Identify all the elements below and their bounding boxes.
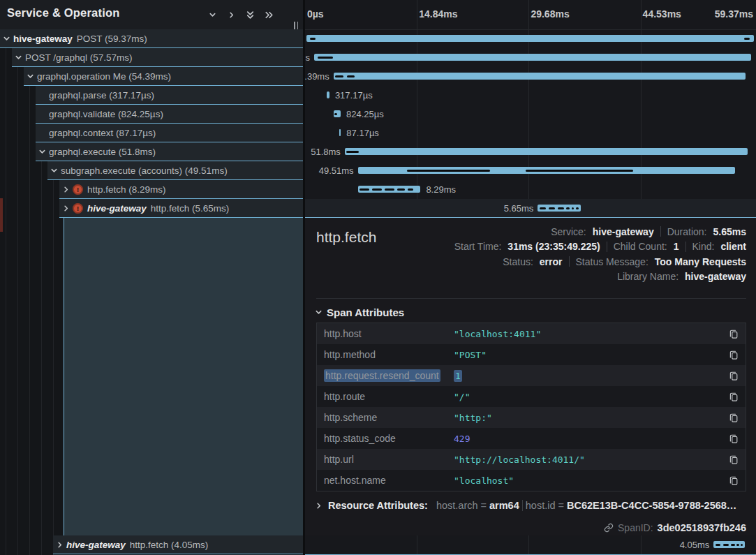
service-name: hive-gateway	[87, 203, 147, 214]
child-span-mark	[716, 544, 721, 546]
chevron-down-icon[interactable]	[2, 34, 11, 43]
axis-tick-label: 59.37ms	[715, 8, 753, 20]
timeline-row: 5.65ms	[305, 199, 756, 218]
span-label: http.fetch (5.65ms)	[151, 203, 230, 214]
span-bar[interactable]	[314, 54, 751, 61]
chevron-down-icon[interactable]	[26, 72, 35, 81]
tree-row[interactable]: !hive-gatewayhttp.fetch (5.65ms)	[59, 199, 303, 218]
span-title: http.fetch	[316, 229, 376, 246]
timeline-row: 87.17µs	[305, 124, 756, 142]
panel-resize-handle[interactable]	[294, 22, 298, 29]
axis-tick-label: 0µs	[307, 8, 324, 20]
copy-icon[interactable]	[729, 329, 739, 339]
duration-label: 824.25µs	[346, 109, 384, 119]
attribute-key: http.route	[317, 391, 454, 402]
span-metadata: Service:hive-gatewayDuration:5.65msStart…	[454, 225, 746, 283]
copy-icon[interactable]	[729, 454, 739, 465]
child-span-mark	[558, 207, 564, 209]
resource-attributes-row[interactable]: Resource Attributes: host.arch=arm64host…	[315, 500, 746, 511]
span-bar[interactable]	[306, 35, 754, 42]
span-bar[interactable]	[538, 205, 581, 212]
chevron-down-icon[interactable]	[207, 9, 218, 20]
chevron-right-icon[interactable]	[61, 204, 71, 213]
copy-icon[interactable]	[729, 371, 739, 381]
chevron-down-icon[interactable]	[38, 147, 47, 156]
attribute-value: 1	[454, 371, 729, 381]
chevron-right-icon[interactable]	[225, 9, 237, 20]
chevron-right-icon	[315, 502, 323, 510]
double-chevron-right-icon[interactable]	[263, 9, 274, 20]
axis-tick-label: 44.53ms	[643, 8, 681, 20]
chevron-down-icon[interactable]	[50, 166, 59, 175]
tree-row[interactable]: graphql.operation Me (54.39ms)	[24, 67, 303, 86]
resource-key: host.arch	[436, 500, 478, 511]
tree-row[interactable]: graphql.context (87.17µs)	[36, 124, 303, 142]
span-bar[interactable]	[713, 541, 745, 548]
copy-icon[interactable]	[729, 434, 739, 444]
metadata-line: Library Name:hive-gateway	[617, 271, 746, 283]
child-span-mark	[310, 38, 316, 40]
attribute-key: http.status_code	[317, 433, 454, 444]
attribute-row: http.route"/"	[317, 386, 746, 407]
double-chevron-down-icon[interactable]	[244, 9, 255, 20]
copy-icon[interactable]	[729, 413, 739, 423]
tree-row[interactable]: hive-gatewayhttp.fetch (4.05ms)	[53, 535, 303, 554]
child-span-mark	[407, 170, 490, 172]
span-bar[interactable]	[327, 91, 329, 98]
span-tree-panel: Service & Operation hive-gatewayPOST (59…	[0, 0, 303, 555]
copy-icon[interactable]	[729, 392, 739, 402]
tree-row[interactable]: POST /graphql (57.57ms)	[12, 48, 303, 67]
span-attributes-section-toggle[interactable]: Span Attributes	[315, 306, 404, 318]
copy-icon[interactable]	[729, 475, 739, 486]
attribute-value: "http://localhost:4011/"	[454, 454, 729, 465]
chevron-right-icon[interactable]	[61, 185, 71, 194]
attribute-value: "http:"	[454, 413, 729, 423]
child-span-mark	[408, 188, 413, 191]
axis-tick-label: 29.68ms	[531, 8, 569, 20]
timeline-row: 54.39ms	[305, 67, 756, 86]
child-span-mark	[731, 544, 734, 546]
span-label: http.fetch (8.29ms)	[87, 184, 166, 195]
span-detail-panel: http.fetch Service:hive-gatewayDuration:…	[305, 218, 756, 535]
span-bar[interactable]	[339, 129, 341, 136]
attribute-key: net.host.name	[317, 475, 454, 486]
span-attributes-table: http.host"localhost:4011"http.method"POS…	[316, 323, 746, 491]
tree-row[interactable]: hive-gatewayPOST (59.37ms)	[0, 29, 303, 48]
chevron-down-icon[interactable]	[14, 53, 23, 62]
panel-title: Service & Operation	[7, 6, 120, 20]
chevron-down-icon	[315, 309, 323, 316]
metadata-line: Start Time:31ms (23:35:49.225)Child Coun…	[454, 241, 746, 253]
meta-label: Status:	[503, 256, 533, 267]
resource-attributes-title: Resource Attributes:	[328, 500, 428, 511]
error-scroll-marker	[0, 198, 3, 232]
tree-row[interactable]: graphql.validate (824.25µs)	[36, 105, 303, 124]
duration-label: 57.57ms	[305, 52, 310, 63]
indent-guide	[17, 29, 18, 555]
span-bar[interactable]	[358, 167, 735, 174]
child-span-mark	[723, 544, 729, 546]
meta-value: client	[720, 241, 746, 252]
timeline-row: 8.29ms	[305, 180, 756, 199]
span-bar[interactable]	[334, 110, 341, 117]
duration-label: 49.51ms	[319, 165, 354, 176]
attribute-row: net.host.name"localhost"	[317, 470, 746, 491]
timeline-row: 51.8ms	[305, 142, 756, 161]
axis-tick-label: 14.84ms	[419, 8, 457, 20]
meta-label: Service:	[551, 226, 586, 237]
span-bar[interactable]	[345, 148, 748, 155]
meta-value: 1	[674, 241, 679, 252]
section-separator	[316, 298, 746, 299]
span-bar[interactable]	[358, 186, 421, 193]
link-icon[interactable]	[604, 523, 614, 533]
tree-row[interactable]: subgraph.execute (accounts) (49.51ms)	[47, 161, 303, 180]
chevron-right-icon[interactable]	[55, 540, 64, 549]
resource-value: BC62E13B-C4CC-5854-9788-2568…	[567, 500, 736, 511]
tree-row[interactable]: graphql.execute (51.8ms)	[36, 142, 303, 161]
copy-icon[interactable]	[729, 350, 739, 360]
meta-value: Too Many Requests	[655, 256, 746, 267]
span-bar[interactable]	[334, 73, 746, 80]
duration-label: 5.65ms	[504, 203, 534, 214]
tree-row[interactable]: !http.fetch (8.29ms)	[59, 180, 303, 199]
tree-row[interactable]: graphql.parse (317.17µs)	[36, 86, 303, 105]
span-label: graphql.parse (317.17µs)	[49, 90, 154, 101]
